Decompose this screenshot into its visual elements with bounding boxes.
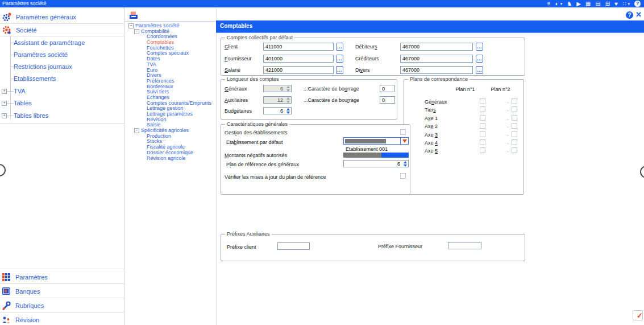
plan1-axe3-checkbox[interactable] — [480, 131, 485, 137]
sidebar-item-parametres-generaux[interactable]: Paramètres généraux — [0, 11, 124, 23]
debiteurs-input[interactable] — [400, 43, 473, 51]
arrow-up-icon — [286, 108, 290, 110]
prefixe-client-input[interactable] — [277, 242, 310, 250]
tree-node-specificites-agricoles[interactable]: Spécificités agricoles — [126, 128, 216, 134]
crediteurs-input[interactable] — [400, 55, 473, 63]
help-icon[interactable]: ? — [626, 11, 633, 19]
prefixe-fournisseur-input[interactable] — [448, 242, 481, 249]
favorites-icon[interactable]: ♥ — [614, 1, 618, 7]
sidebar-item-societe[interactable]: Société — [0, 24, 124, 36]
browse-button[interactable]: ... — [336, 43, 343, 51]
calendar-icon[interactable]: ▦ — [585, 1, 591, 7]
sidebar-item-assistant-parametrage[interactable]: Assistant de paramétrage — [0, 37, 124, 48]
field-label-montants-negatifs: Montants négatifs autorisés — [225, 153, 287, 159]
tree-node-bordereaux[interactable]: Bordereaux — [126, 84, 216, 90]
collapse-minus-icon[interactable] — [134, 128, 139, 133]
plan2-axe4-checkbox[interactable] — [512, 139, 517, 145]
user-route-icon[interactable]: ♞ — [567, 1, 572, 7]
browse-button[interactable]: ... — [336, 66, 343, 74]
plan1-axe1-checkbox[interactable] — [480, 115, 485, 121]
divider — [125, 21, 215, 22]
list-icon[interactable]: ≡ — [547, 1, 551, 7]
client-input[interactable] — [263, 43, 334, 51]
plan1-tiers-checkbox[interactable] — [480, 106, 485, 112]
browse-button[interactable]: ... — [336, 55, 343, 63]
plan1-axe5-checkbox[interactable] — [480, 147, 485, 153]
plan2-tiers-checkbox[interactable] — [512, 106, 517, 112]
collapse-minus-icon[interactable] — [128, 23, 134, 28]
sidebar-item-revision[interactable]: Révision — [0, 313, 124, 325]
sidebar-item-tva[interactable]: TVA — [0, 85, 124, 97]
printer-icon[interactable] — [129, 11, 138, 20]
plan2-axe1-checkbox[interactable] — [512, 115, 517, 121]
sidebar-item-etablissements[interactable]: Etablissements — [0, 73, 124, 84]
arrow-down-icon — [404, 164, 407, 167]
planning-grid-icon[interactable]: ▤ — [595, 1, 600, 7]
field-label-prefixe-client: Préfixe client — [227, 244, 256, 250]
plan2-axe5-checkbox[interactable] — [512, 147, 517, 153]
browse-button[interactable]: ... — [476, 55, 483, 63]
help-icon[interactable]: ? — [634, 1, 641, 7]
sidebar-item-rubriques[interactable]: Rubriques — [0, 299, 124, 312]
tree-node-suivi-tiers[interactable]: Suivi tiers — [126, 89, 216, 95]
apps-grid-icon[interactable]: ∷ — [622, 1, 626, 7]
plan1-generaux-checkbox[interactable] — [480, 98, 485, 104]
dropdown-highlighted-item[interactable] — [343, 153, 409, 158]
validate-button[interactable]: ✓ — [633, 310, 643, 320]
budgetaires-stepper[interactable]: 6 — [263, 107, 292, 114]
divider — [0, 312, 124, 312]
salarie-input[interactable] — [263, 66, 334, 74]
arrow-up-icon — [286, 86, 290, 88]
etablissement-combobox[interactable] — [343, 137, 409, 145]
plan2-axe2-checkbox[interactable] — [512, 123, 517, 129]
chevron-down-icon[interactable]: ▾ — [628, 2, 630, 6]
divers-input[interactable] — [400, 66, 473, 74]
close-icon[interactable]: ✕ — [635, 10, 642, 19]
settings-tree: Paramètres société Comptabilité Coordonn… — [126, 23, 216, 161]
tree-node-comptes-speciaux[interactable]: Comptes spéciaux — [126, 51, 216, 56]
plan1-axe2-checkbox[interactable] — [480, 123, 485, 129]
group-prefixes-auxiliaires: Préfixes Auxiliaires Préfixe client Préf… — [221, 234, 525, 261]
play-icon[interactable]: ▶ — [576, 1, 581, 7]
group-label: Plans de correspondance — [408, 76, 470, 83]
tree-node-tva[interactable]: TVA — [126, 62, 216, 68]
tree-node-euro[interactable]: Euro — [126, 68, 216, 73]
stepper-arrows[interactable] — [402, 161, 408, 167]
gestion-etablissements-checkbox[interactable] — [400, 129, 406, 135]
arrow-up-icon — [404, 161, 407, 163]
tree-node-root[interactable]: Paramètres société — [126, 23, 216, 29]
tree-node-dates[interactable]: Dates — [126, 56, 216, 62]
tree-node-production[interactable]: Production — [126, 134, 216, 139]
group-longueur-comptes: Longueur des comptes Généraux 6 ...Carac… — [221, 79, 397, 120]
bourrage-2-input[interactable] — [380, 96, 395, 104]
collapse-minus-icon[interactable] — [134, 29, 139, 34]
fournisseur-input[interactable] — [263, 55, 334, 63]
sidebar-item-parametres-societe[interactable]: Paramètres société — [0, 49, 124, 60]
bourrage-1-input[interactable] — [380, 85, 395, 92]
plan-reference-stepper[interactable]: 6 — [343, 160, 409, 167]
plan2-generaux-checkbox[interactable] — [512, 98, 517, 104]
stepper-arrows[interactable] — [285, 108, 291, 114]
selection-blue-segment — [381, 153, 409, 158]
sidebar-item-restrictions-journaux[interactable]: Restrictions journaux — [0, 61, 124, 72]
sidebar-item-tables-libres[interactable]: Tables libres — [0, 110, 124, 121]
verifier-mises-a-jour-checkbox[interactable] — [400, 173, 406, 179]
plan1-axe4-checkbox[interactable] — [480, 139, 485, 145]
tree-node-lettrage-parametres[interactable]: Lettrage paramètres — [126, 112, 216, 117]
group-label: Comptes collectifs par défaut — [225, 35, 294, 41]
sidebar-item-parametres[interactable]: Paramètres — [0, 270, 124, 284]
chevron-down-icon[interactable]: ▾ — [560, 2, 563, 6]
browse-button[interactable]: ... — [476, 66, 483, 74]
combo-dropdown-button[interactable] — [400, 138, 408, 144]
sidebar-item-banques[interactable]: Banques — [0, 285, 124, 298]
browse-button[interactable]: ... — [476, 43, 483, 51]
page-title: Comptables — [220, 23, 252, 29]
pie-chart-icon[interactable]: ◐ — [555, 1, 559, 7]
sidebar-item-tables[interactable]: Tables — [0, 97, 124, 109]
calculator-icon[interactable]: ⊞ — [605, 1, 610, 7]
dropdown-item-etablissement-001[interactable]: Etablissement 001 — [346, 146, 388, 153]
plan2-axe3-checkbox[interactable] — [512, 131, 517, 137]
tree-node-revision[interactable]: Révision — [126, 117, 216, 123]
tree-node-revision-agricole[interactable]: Révision agricole — [126, 156, 216, 162]
arrow-down-icon — [286, 112, 290, 114]
